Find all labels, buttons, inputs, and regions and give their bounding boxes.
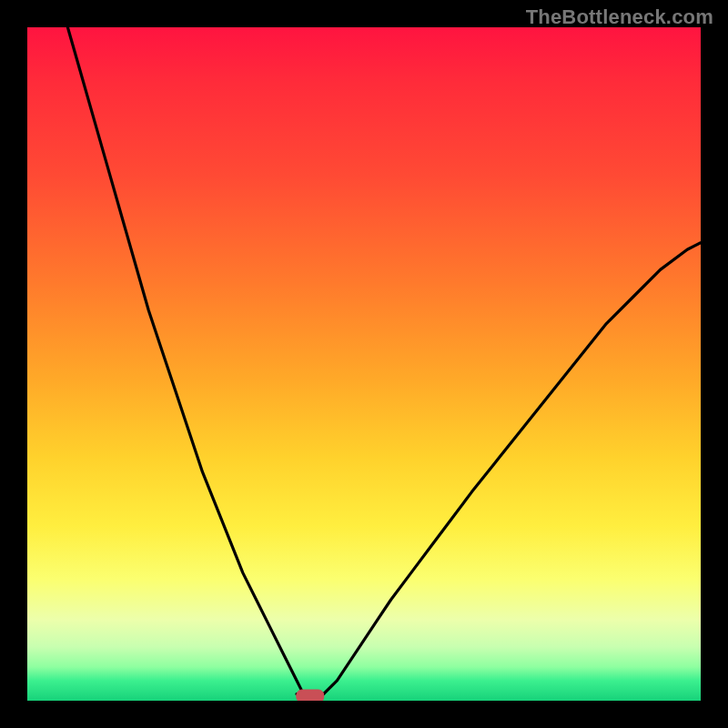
plot-svg [27, 27, 701, 701]
chart-frame: TheBottleneck.com [0, 0, 728, 728]
optimum-marker [297, 690, 324, 701]
curve-right-branch [324, 243, 701, 694]
watermark-text: TheBottleneck.com [526, 5, 713, 29]
plot-area [27, 27, 701, 701]
curve-left-branch [67, 27, 303, 694]
